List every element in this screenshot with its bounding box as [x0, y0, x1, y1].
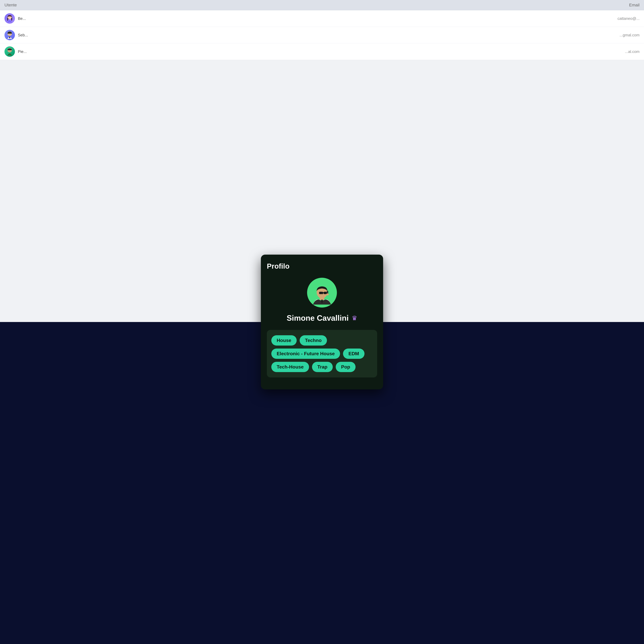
- row-email-1: cattaneo@...: [617, 16, 640, 21]
- profile-avatar-container: [267, 278, 377, 308]
- crown-icon: ♛: [352, 314, 357, 322]
- row-name-2: Seb...: [18, 33, 617, 37]
- table-row[interactable]: Seb... ...gmal.com: [0, 27, 644, 43]
- table-header: Utente Email: [0, 0, 644, 10]
- profile-avatar: [307, 278, 337, 308]
- table-header-user: Utente: [4, 3, 322, 7]
- svg-rect-10: [323, 292, 324, 293]
- tag-pop[interactable]: Pop: [336, 362, 355, 372]
- profile-modal: Profilo: [261, 255, 383, 389]
- tag-techhouse[interactable]: Tech-House: [271, 362, 309, 372]
- svg-rect-9: [323, 292, 327, 294]
- row-email-2: ...gmal.com: [620, 33, 640, 37]
- table-row[interactable]: Pie... ...al.com: [0, 43, 644, 60]
- table-row[interactable]: Be... cattaneo@...: [0, 10, 644, 27]
- profile-name: Simone Cavallini: [287, 314, 349, 322]
- tag-techno[interactable]: Techno: [300, 335, 327, 346]
- row-name-3: Pie...: [18, 49, 622, 54]
- tags-container: House Techno Electronic - Future House E…: [267, 330, 377, 377]
- profile-name-row: Simone Cavallini ♛: [267, 314, 377, 322]
- modal-title: Profilo: [267, 262, 290, 270]
- tag-edm[interactable]: EDM: [343, 349, 364, 359]
- avatar-row-1: [4, 13, 15, 24]
- svg-rect-8: [319, 292, 323, 294]
- row-name-1: Be...: [18, 16, 614, 21]
- tag-trap[interactable]: Trap: [312, 362, 333, 372]
- row-email-3: ...al.com: [625, 49, 640, 54]
- tag-house[interactable]: House: [271, 335, 297, 346]
- tag-electronic[interactable]: Electronic - Future House: [271, 349, 340, 359]
- avatar-row-2: [4, 30, 15, 40]
- avatar-row-3: [4, 46, 15, 57]
- svg-point-7: [326, 293, 329, 295]
- table-rows: Be... cattaneo@... Seb... ...gmal.com: [0, 10, 644, 60]
- table-header-email: Email: [322, 3, 640, 7]
